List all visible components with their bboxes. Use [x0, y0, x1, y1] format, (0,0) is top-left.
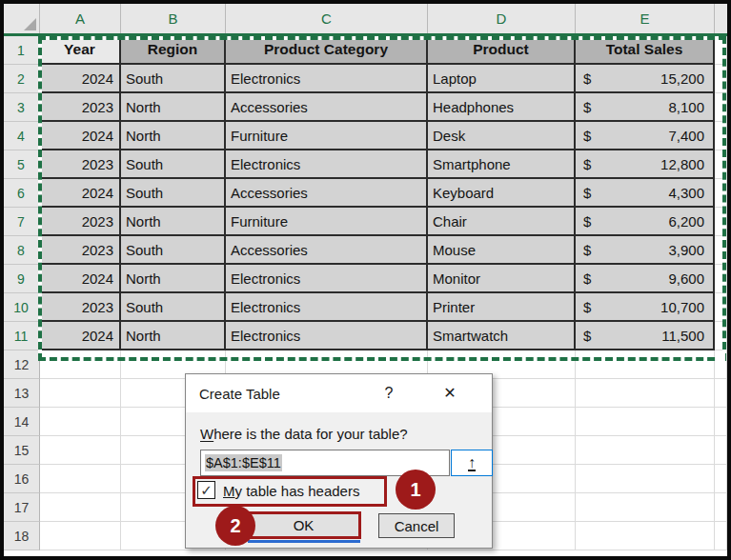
empty-cell[interactable] [40, 465, 121, 493]
data-cell[interactable]: 2024 [40, 179, 121, 208]
data-cell[interactable]: Electronics [226, 65, 428, 93]
row-header-18[interactable]: 18 [4, 522, 40, 550]
data-cell[interactable]: Accessories [226, 93, 428, 122]
row-header-6[interactable]: 6 [4, 179, 40, 208]
row-header-16[interactable]: 16 [4, 465, 40, 493]
data-cell[interactable]: Printer [428, 293, 576, 322]
empty-cell[interactable] [40, 436, 121, 465]
data-cell[interactable]: South [121, 65, 226, 93]
help-icon[interactable]: ? [376, 385, 401, 404]
data-cell[interactable]: Monitor [428, 265, 576, 293]
data-cell[interactable]: 2023 [40, 150, 121, 179]
empty-cell[interactable] [40, 350, 121, 379]
sales-value: 4,300 [668, 185, 704, 201]
data-cell-sales[interactable]: $10,700 [576, 293, 715, 322]
range-picker-button[interactable]: ↑ [451, 450, 493, 476]
data-cell-sales[interactable]: $4,300 [576, 179, 715, 208]
row-header-3[interactable]: 3 [4, 93, 40, 122]
column-header-e[interactable]: E [576, 4, 715, 33]
empty-cell[interactable] [576, 465, 715, 493]
data-cell-sales[interactable]: $11,500 [576, 322, 715, 350]
data-cell[interactable]: Electronics [226, 322, 428, 350]
row-header-1[interactable]: 1 [4, 36, 40, 65]
empty-cell[interactable] [576, 350, 715, 379]
row-header-9[interactable]: 9 [4, 265, 40, 293]
row-header-5[interactable]: 5 [4, 150, 40, 179]
data-cell[interactable]: Accessories [226, 179, 428, 208]
row-header-15[interactable]: 15 [4, 436, 40, 465]
table-has-headers-checkbox[interactable]: ✓ [197, 481, 215, 499]
data-cell[interactable]: 2024 [40, 122, 121, 150]
row-header-2[interactable]: 2 [4, 65, 40, 93]
data-cell[interactable]: Keyboard [428, 179, 576, 208]
data-cell[interactable]: Mouse [428, 236, 576, 265]
data-cell[interactable]: Electronics [226, 265, 428, 293]
row-header-8[interactable]: 8 [4, 236, 40, 265]
header-cell-product[interactable]: Product [428, 36, 576, 65]
data-cell[interactable]: 2024 [40, 265, 121, 293]
data-cell[interactable]: 2023 [40, 236, 121, 265]
close-icon[interactable]: ✕ [436, 384, 464, 404]
row-header-13[interactable]: 13 [4, 379, 40, 408]
data-cell[interactable]: South [121, 293, 226, 322]
data-cell[interactable]: Furniture [226, 208, 428, 236]
empty-cell[interactable] [40, 493, 121, 522]
data-cell[interactable]: North [121, 322, 226, 350]
data-cell[interactable]: 2023 [40, 93, 121, 122]
data-cell[interactable]: Desk [428, 122, 576, 150]
data-cell[interactable]: Smartphone [428, 150, 576, 179]
header-cell-year[interactable]: Year [40, 36, 121, 65]
data-cell-sales[interactable]: $7,400 [576, 122, 715, 150]
row-header-11[interactable]: 11 [4, 322, 40, 350]
ok-button[interactable]: OK [246, 511, 361, 539]
data-cell[interactable]: 2024 [40, 65, 121, 93]
data-cell-sales[interactable]: $8,100 [576, 93, 715, 122]
row-header-10[interactable]: 10 [4, 293, 40, 322]
select-all-corner[interactable] [4, 4, 40, 33]
header-cell-product-category[interactable]: Product Category [226, 36, 428, 65]
data-cell[interactable]: Smartwatch [428, 322, 576, 350]
data-cell-sales[interactable]: $12,800 [576, 150, 715, 179]
column-header-c[interactable]: C [226, 4, 428, 33]
empty-cell[interactable] [576, 522, 715, 550]
data-cell[interactable]: Accessories [226, 236, 428, 265]
data-cell-sales[interactable]: $15,200 [576, 65, 715, 93]
data-cell[interactable]: North [121, 208, 226, 236]
row-header-12[interactable]: 12 [4, 350, 40, 379]
row-header-14[interactable]: 14 [4, 408, 40, 436]
column-header-b[interactable]: B [121, 4, 226, 33]
data-cell[interactable]: 2024 [40, 322, 121, 350]
data-cell[interactable]: South [121, 150, 226, 179]
header-cell-total-sales[interactable]: Total Sales [576, 36, 715, 65]
row-header-4[interactable]: 4 [4, 122, 40, 150]
empty-cell[interactable] [40, 522, 121, 550]
data-cell[interactable]: Headphones [428, 93, 576, 122]
empty-cell[interactable] [576, 436, 715, 465]
data-cell[interactable]: 2023 [40, 293, 121, 322]
data-cell-sales[interactable]: $9,600 [576, 265, 715, 293]
column-header-d[interactable]: D [428, 4, 576, 33]
data-cell[interactable]: North [121, 265, 226, 293]
empty-cell[interactable] [576, 408, 715, 436]
data-cell[interactable]: North [121, 93, 226, 122]
data-cell[interactable]: Electronics [226, 150, 428, 179]
data-cell[interactable]: 2023 [40, 208, 121, 236]
data-cell[interactable]: North [121, 122, 226, 150]
data-cell[interactable]: Electronics [226, 293, 428, 322]
data-cell-sales[interactable]: $6,200 [576, 208, 715, 236]
data-cell[interactable]: South [121, 236, 226, 265]
header-cell-region[interactable]: Region [121, 36, 226, 65]
empty-cell[interactable] [40, 379, 121, 408]
data-cell[interactable]: South [121, 179, 226, 208]
data-cell[interactable]: Chair [428, 208, 576, 236]
data-cell[interactable]: Furniture [226, 122, 428, 150]
row-header-7[interactable]: 7 [4, 208, 40, 236]
data-cell[interactable]: Laptop [428, 65, 576, 93]
data-cell-sales[interactable]: $3,900 [576, 236, 715, 265]
empty-cell[interactable] [40, 408, 121, 436]
empty-cell[interactable] [576, 493, 715, 522]
cancel-button[interactable]: Cancel [378, 513, 455, 538]
column-header-a[interactable]: A [40, 4, 121, 33]
empty-cell[interactable] [576, 379, 715, 408]
row-header-17[interactable]: 17 [4, 493, 40, 522]
